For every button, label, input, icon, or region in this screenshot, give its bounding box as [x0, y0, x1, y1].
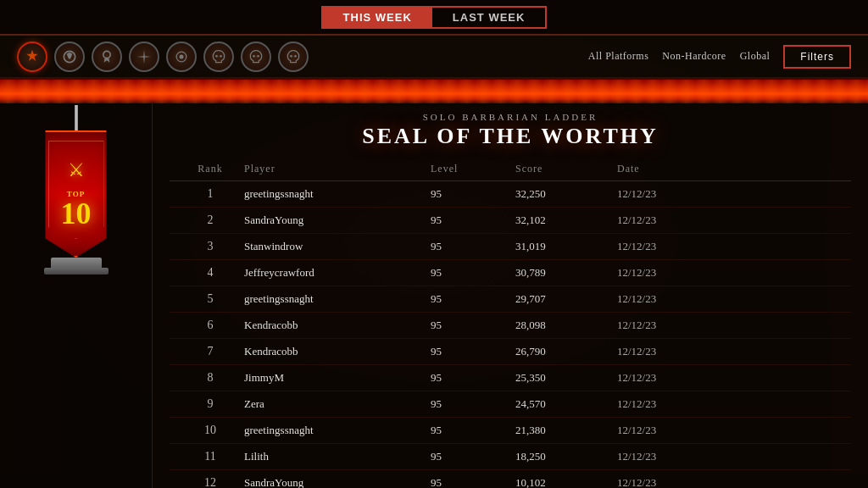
cell-rank: 11 — [176, 450, 244, 463]
filter-area: All Platforms Non-Hardcore Global Filter… — [588, 45, 851, 69]
class-icon-sorcerer[interactable] — [166, 42, 197, 72]
cell-date: 12/12/23 — [617, 424, 702, 437]
table-body: 1 greetingssnaght 95 32,250 12/12/23 2 S… — [170, 181, 851, 488]
class-icon-skull3[interactable] — [278, 42, 309, 72]
cell-player: greetingssnaght — [244, 292, 431, 306]
cell-date: 12/12/23 — [617, 266, 702, 280]
cell-level: 95 — [431, 424, 515, 437]
table-row: 4 Jeffreycrawford 95 30,789 12/12/23 — [170, 260, 851, 286]
cell-score: 31,019 — [515, 240, 617, 253]
cell-rank: 1 — [176, 187, 244, 201]
skull1-icon — [210, 48, 227, 65]
cell-rank: 4 — [176, 266, 244, 280]
cell-rank: 10 — [176, 424, 244, 437]
cell-player: JimmyM — [244, 371, 431, 385]
table-row: 5 greetingssnaght 95 29,707 12/12/23 — [170, 286, 851, 313]
scope-filter: Global — [740, 50, 771, 63]
svg-point-7 — [257, 54, 259, 57]
table-row: 3 Stanwindrow 95 31,019 12/12/23 — [170, 234, 851, 260]
table-row: 7 Kendracobb 95 26,790 12/12/23 — [170, 339, 851, 365]
banner-shape: ⚔ TOP 10 — [38, 130, 114, 258]
table-row: 2 SandraYoung 95 32,102 12/12/23 — [170, 208, 851, 234]
cell-player: Zera — [244, 397, 431, 411]
cell-score: 10,102 — [515, 476, 617, 488]
cell-level: 95 — [431, 187, 515, 201]
platforms-filter: All Platforms — [588, 50, 649, 63]
skull3-icon — [285, 48, 302, 65]
cell-date: 12/12/23 — [617, 214, 702, 227]
svg-point-6 — [253, 54, 255, 57]
cell-player: Kendracobb — [244, 319, 431, 332]
cell-score: 21,380 — [515, 424, 617, 437]
cell-level: 95 — [431, 214, 515, 227]
svg-point-8 — [290, 54, 292, 57]
content-area: ⚔ TOP 10 Solo Barbarian Ladder SEAL OF T… — [0, 103, 868, 488]
cell-level: 95 — [431, 240, 515, 253]
cell-player: greetingssnaght — [244, 424, 431, 437]
cell-level: 95 — [431, 266, 515, 280]
table-row: 9 Zera 95 24,570 12/12/23 — [170, 391, 851, 418]
banner-image: ⚔ TOP 10 — [34, 120, 119, 256]
col-rank: Rank — [176, 163, 244, 175]
svg-point-9 — [294, 54, 297, 57]
svg-point-5 — [220, 54, 222, 57]
cell-level: 95 — [431, 397, 515, 411]
svg-point-1 — [103, 51, 110, 58]
class-icon-necromancer[interactable] — [92, 42, 122, 72]
cell-level: 95 — [431, 371, 515, 385]
cell-player: SandraYoung — [244, 476, 431, 488]
table-row: 12 SandraYoung 95 10,102 12/12/23 — [170, 470, 851, 488]
col-score: Score — [515, 163, 617, 175]
left-banner: ⚔ TOP 10 — [0, 103, 153, 488]
cell-level: 95 — [431, 319, 515, 332]
svg-point-4 — [215, 54, 218, 57]
class-icon-druid[interactable] — [54, 42, 85, 72]
table-row: 11 Lilith 95 18,250 12/12/23 — [170, 444, 851, 470]
cell-score: 28,098 — [515, 319, 617, 332]
cell-score: 18,250 — [515, 450, 617, 463]
col-player: Player — [244, 163, 431, 175]
filters-button[interactable]: Filters — [783, 45, 851, 69]
this-week-tab[interactable]: THIS WEEK — [323, 8, 432, 27]
cell-date: 12/12/23 — [617, 450, 702, 463]
cell-level: 95 — [431, 345, 515, 358]
table-area: Solo Barbarian Ladder SEAL OF THE WORTHY… — [153, 103, 868, 488]
banner-emblem: ⚔ — [68, 159, 85, 181]
last-week-tab[interactable]: LAST WEEK — [432, 8, 546, 27]
cell-score: 32,250 — [515, 187, 617, 201]
cell-score: 25,350 — [515, 371, 617, 385]
skull2-icon — [248, 48, 264, 65]
druid-icon — [61, 48, 78, 65]
mode-filter: Non-Hardcore — [662, 50, 726, 63]
week-tabs: THIS WEEK LAST WEEK — [321, 6, 548, 29]
rogue-icon — [136, 48, 153, 65]
ladder-subtitle: Solo Barbarian Ladder — [170, 112, 851, 122]
cell-date: 12/12/23 — [617, 187, 702, 201]
cell-score: 30,789 — [515, 266, 617, 280]
cell-player: Jeffreycrawford — [244, 266, 431, 280]
necromancer-icon — [98, 48, 115, 65]
class-icon-skull1[interactable] — [203, 42, 234, 72]
table-row: 8 JimmyM 95 25,350 12/12/23 — [170, 365, 851, 391]
cell-player: greetingssnaght — [244, 187, 431, 201]
cell-rank: 3 — [176, 240, 244, 253]
class-icon-rogue[interactable] — [129, 42, 159, 72]
class-bar: All Platforms Non-Hardcore Global Filter… — [0, 36, 868, 80]
table-row: 10 greetingssnaght 95 21,380 12/12/23 — [170, 418, 851, 444]
cell-player: Lilith — [244, 450, 431, 463]
cell-score: 32,102 — [515, 214, 617, 227]
top-nav: THIS WEEK LAST WEEK — [0, 0, 868, 36]
class-icon-barbarian[interactable] — [17, 42, 47, 72]
barbarian-icon — [24, 48, 41, 65]
banner-pole — [75, 105, 78, 130]
cell-date: 12/12/23 — [617, 371, 702, 385]
cell-level: 95 — [431, 292, 515, 306]
cell-date: 12/12/23 — [617, 345, 702, 358]
cell-score: 26,790 — [515, 345, 617, 358]
main-container: THIS WEEK LAST WEEK — [0, 0, 868, 488]
cell-rank: 7 — [176, 345, 244, 358]
col-date: Date — [617, 163, 702, 175]
cell-date: 12/12/23 — [617, 397, 702, 411]
class-icon-skull2[interactable] — [241, 42, 271, 72]
cell-rank: 5 — [176, 292, 244, 306]
